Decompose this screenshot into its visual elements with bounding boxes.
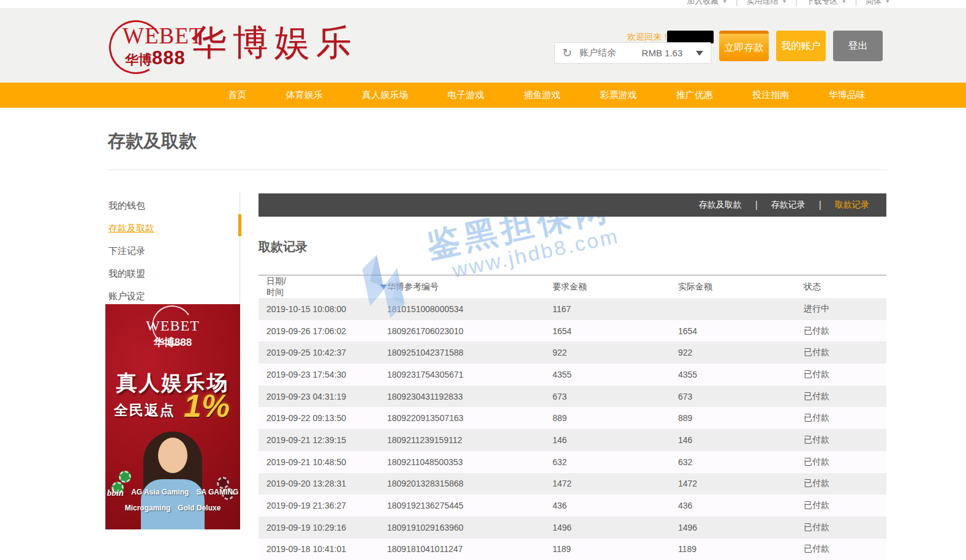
site-header: WEBET 华博888 华博娱乐 欢迎回来！ ↻ 账户结余 RMB 1.63 立…	[0, 8, 966, 83]
cell-request-amount: 889	[553, 413, 678, 423]
table-body: 2019-10-15 10:08:0018101510080005341167进…	[258, 298, 886, 560]
cell-ref-number: 1810151008000534	[387, 304, 553, 314]
welcome-text: 欢迎回来！	[627, 32, 670, 43]
cell-status: 已付款	[804, 435, 886, 446]
balance-label: 账户结余	[579, 47, 616, 59]
cell-actual-amount: 146	[678, 435, 804, 445]
main-nav-items: 首页体育娱乐真人娱乐场电子游戏捕鱼游戏彩票游戏推广优惠投注指南华博品味	[208, 83, 885, 108]
tab-2[interactable]: 存款记录	[765, 200, 812, 211]
column-header-label: 日期/时间	[266, 276, 289, 298]
cell-request-amount: 4355	[553, 370, 678, 379]
column-header-label: 实际金额	[678, 282, 712, 293]
cell-status: 已付款	[804, 326, 886, 337]
promo-banner[interactable]: WEBET 华博888 真人娱乐场 全民返点 1% bbinAG Asia Ga…	[105, 304, 240, 529]
site-logo[interactable]: WEBET 华博888 华博娱乐	[108, 13, 365, 80]
cell-date: 2019-09-21 12:39:15	[258, 435, 387, 445]
top-link-label: 实用连结	[746, 0, 778, 7]
table-row: 2019-09-21 10:48:50180921104850035363263…	[258, 451, 886, 473]
provider-logo: SA GAMING	[196, 488, 238, 498]
account-balance-box[interactable]: ↻ 账户结余 RMB 1.63	[554, 42, 711, 64]
table-row: 2019-09-22 09:13:50180922091350716388988…	[258, 407, 886, 429]
cell-actual-amount: 1654	[678, 326, 804, 336]
banner-model-face	[158, 438, 187, 473]
nav-item-4[interactable]: 电子游戏	[444, 89, 488, 101]
balance-value: RMB 1.63	[637, 48, 687, 58]
nav-item-6[interactable]: 彩票游戏	[596, 89, 640, 101]
nav-item-7[interactable]: 推广优惠	[673, 89, 717, 101]
provider-logo: AG Asia Gaming	[131, 488, 189, 498]
cell-status: 已付款	[804, 369, 886, 380]
refresh-icon[interactable]: ↻	[562, 47, 572, 59]
provider-logo: Microgaming	[125, 504, 171, 512]
cell-status: 已付款	[804, 522, 886, 533]
nav-item-2[interactable]: 体育娱乐	[282, 89, 326, 101]
sidebar-item-1[interactable]: 我的钱包	[108, 195, 240, 217]
my-account-button[interactable]: 我的账户	[776, 31, 826, 61]
cell-date: 2019-09-25 10:42:37	[258, 348, 387, 357]
cell-ref-number: 1809181041011247	[387, 544, 553, 554]
top-utility-bar: 加入收藏▼|实用连结▼|下载专区▼|简体▼	[0, 0, 966, 8]
banner-brand-text: WEBET	[105, 313, 240, 334]
username-redacted	[667, 31, 714, 43]
cell-ref-number: 1809251042371588	[387, 348, 553, 357]
banner-logo: WEBET 华博888	[105, 313, 240, 349]
cell-actual-amount: 673	[678, 392, 804, 401]
cell-request-amount: 1189	[553, 544, 678, 554]
caret-down-icon: ▼	[782, 0, 787, 4]
caret-down-icon[interactable]	[696, 51, 703, 56]
nav-item-5[interactable]: 捕鱼游戏	[520, 89, 564, 101]
cell-request-amount: 1496	[553, 523, 678, 532]
logo-sub-text: 华博888	[125, 47, 186, 69]
provider-logo: bbin	[107, 488, 124, 498]
withdrawal-table: 日期/时间华博参考编号要求金额实际金额状态 2019-10-15 10:08:0…	[258, 275, 886, 560]
cell-status: 已付款	[804, 543, 886, 554]
cell-actual-amount: 632	[678, 457, 804, 467]
table-row: 2019-09-23 04:31:19180923043119283367367…	[258, 386, 886, 408]
column-header-5: 状态	[804, 282, 886, 293]
cell-actual-amount: 922	[678, 348, 804, 357]
table-row: 2019-09-21 12:39:15180921123915911214614…	[258, 429, 886, 451]
deposit-now-button[interactable]: 立即存款	[719, 31, 769, 61]
column-header-3: 要求金额	[553, 282, 678, 293]
top-link-2[interactable]: 实用连结▼	[738, 0, 795, 7]
sort-desc-icon[interactable]	[380, 285, 387, 289]
top-utility-links: 加入收藏▼|实用连结▼|下载专区▼|简体▼	[678, 0, 899, 7]
sidebar-active-indicator	[238, 214, 241, 236]
nav-item-1[interactable]: 首页	[224, 89, 250, 101]
main-nav: 首页体育娱乐真人娱乐场电子游戏捕鱼游戏彩票游戏推广优惠投注指南华博品味	[0, 83, 966, 108]
table-row: 2019-09-20 13:28:31180920132831586814721…	[258, 473, 886, 495]
cell-date: 2019-09-18 10:41:01	[258, 544, 387, 554]
sidebar-item-2[interactable]: 存款及取款	[108, 217, 240, 240]
provider-logo: Gold Deluxe	[178, 504, 221, 512]
sidebar-item-4[interactable]: 我的联盟	[108, 263, 240, 285]
nav-item-8[interactable]: 投注指南	[749, 89, 793, 101]
top-link-3[interactable]: 下载专区▼	[798, 0, 855, 7]
column-header-4: 实际金额	[678, 282, 804, 293]
caret-down-icon: ▼	[885, 0, 890, 4]
cell-ref-number: 1809201328315868	[387, 479, 553, 488]
cell-request-amount: 673	[553, 392, 678, 401]
nav-item-3[interactable]: 真人娱乐场	[358, 89, 412, 101]
top-link-1[interactable]: 加入收藏▼	[678, 0, 736, 7]
cell-actual-amount: 889	[678, 413, 804, 423]
tab-1[interactable]: 存款及取款	[693, 200, 748, 211]
sidebar-menu: 我的钱包存款及取款下注记录我的联盟账户设定	[108, 192, 240, 312]
cell-date: 2019-09-19 10:29:16	[258, 523, 387, 532]
banner-percent: 1%	[184, 387, 230, 424]
tab-separator: |	[812, 200, 829, 211]
cell-actual-amount: 4355	[678, 370, 804, 379]
logout-button[interactable]: 登出	[833, 31, 883, 61]
sidebar-item-3[interactable]: 下注记录	[108, 240, 240, 263]
cell-ref-number: 1809191029163960	[387, 523, 553, 532]
top-link-label: 下载专区	[806, 0, 838, 7]
cell-date: 2019-09-20 13:28:31	[258, 479, 387, 488]
table-row: 2019-09-23 17:54:30180923175430567143554…	[258, 364, 886, 386]
nav-item-9[interactable]: 华博品味	[825, 89, 869, 101]
tab-3[interactable]: 取款记录	[829, 200, 875, 211]
table-row: 2019-09-19 21:36:27180919213627544543643…	[258, 495, 886, 517]
banner-subline: 全民返点	[114, 401, 175, 420]
top-link-4[interactable]: 简体▼	[857, 0, 899, 7]
table-row: 2019-09-19 10:29:16180919102916396014961…	[258, 517, 886, 539]
banner-provider-logos: bbinAG Asia GamingSA GAMING MicrogamingG…	[105, 488, 240, 518]
cell-date: 2019-09-23 04:31:19	[258, 392, 387, 401]
